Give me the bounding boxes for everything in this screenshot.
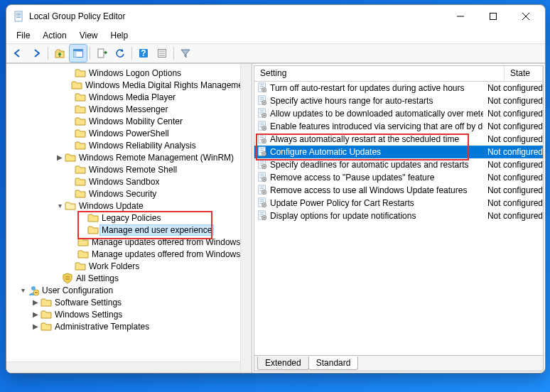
tree-node[interactable]: Windows Remote Shell xyxy=(6,163,252,175)
setting-name: Display options for update notifications xyxy=(270,211,416,221)
list-row[interactable]: Specify active hours range for auto-rest… xyxy=(254,94,543,107)
collapse-icon[interactable]: ▾ xyxy=(55,202,65,209)
help-button[interactable]: ? xyxy=(135,45,152,62)
setting-state: Not configured xyxy=(483,160,543,170)
col-state[interactable]: State xyxy=(505,66,543,81)
tree-node[interactable]: ▶Software Settings xyxy=(6,296,252,308)
tree-node[interactable]: Manage updates offered from Windows Serv… xyxy=(6,236,252,248)
tree-node[interactable]: Manage updates offered from Windows Upda… xyxy=(6,248,252,260)
setting-name: Configure Automatic Updates xyxy=(270,147,381,157)
forward-button[interactable] xyxy=(28,45,45,62)
tree-label: Windows Mobility Center xyxy=(87,116,184,126)
setting-icon xyxy=(257,172,269,183)
titlebar[interactable]: Local Group Policy Editor xyxy=(6,5,545,28)
setting-icon xyxy=(257,210,269,222)
up-button[interactable] xyxy=(51,45,68,62)
list-row[interactable]: Specify deadlines for automatic updates … xyxy=(254,158,543,171)
setting-icon xyxy=(257,121,269,132)
tree-node[interactable]: Work Folders xyxy=(6,260,252,272)
collapse-icon[interactable]: ▾ xyxy=(18,286,28,294)
tree-node[interactable]: Windows Messenger xyxy=(6,103,252,115)
setting-icon xyxy=(257,146,269,158)
tree-node[interactable]: Windows Logon Options xyxy=(6,67,252,79)
menu-action[interactable]: Action xyxy=(37,29,72,42)
tree-node[interactable]: Windows Reliability Analysis xyxy=(6,139,252,151)
maximize-button[interactable] xyxy=(477,5,509,28)
tree-label: Administrative Templates xyxy=(53,322,151,332)
svg-rect-2 xyxy=(16,14,21,15)
tree-node[interactable]: Windows PowerShell xyxy=(6,127,252,139)
minimize-button[interactable] xyxy=(444,5,477,28)
menu-view[interactable]: View xyxy=(74,29,104,42)
tree-node[interactable]: ▶Windows Settings xyxy=(6,308,252,320)
tab-extended[interactable]: Extended xyxy=(257,356,309,370)
svg-rect-4 xyxy=(16,17,21,18)
list-body[interactable]: Turn off auto-restart for updates during… xyxy=(254,82,543,355)
folder-icon xyxy=(65,152,76,163)
folder-icon xyxy=(71,80,82,91)
folder-icon xyxy=(65,200,76,212)
setting-state: Not configured xyxy=(483,121,543,131)
svg-rect-81 xyxy=(260,200,264,200)
export-button[interactable] xyxy=(93,45,110,62)
tree-pane[interactable]: Windows Logon OptionsWindows Media Digit… xyxy=(6,64,252,373)
tree-node[interactable]: Windows Security xyxy=(6,187,252,200)
menu-help[interactable]: Help xyxy=(105,29,134,42)
tree-node[interactable]: Windows Mobility Center xyxy=(6,115,252,127)
folder-icon xyxy=(75,176,86,187)
tree-node[interactable]: Windows Media Digital Rights Management xyxy=(6,79,252,91)
svg-rect-75 xyxy=(260,187,264,187)
tree-node[interactable]: Windows Media Player xyxy=(6,91,252,103)
list-row[interactable]: Always automatically restart at the sche… xyxy=(254,133,543,146)
list-row[interactable]: Remove access to use all Windows Update … xyxy=(254,184,543,197)
toolbar: ? xyxy=(6,43,545,63)
back-button[interactable] xyxy=(9,45,26,62)
menu-file[interactable]: File xyxy=(11,29,36,42)
list-row[interactable]: Turn off auto-restart for updates during… xyxy=(254,82,543,94)
list-row[interactable]: Display options for update notifications… xyxy=(254,209,543,222)
svg-rect-57 xyxy=(260,148,264,149)
tree-node[interactable]: Manage end user experience xyxy=(6,224,252,236)
list-row[interactable]: Allow updates to be downloaded automatic… xyxy=(254,107,543,120)
folder-icon xyxy=(75,116,86,127)
svg-rect-33 xyxy=(260,97,264,98)
svg-point-85 xyxy=(264,204,265,205)
tree-scrollbar-v[interactable] xyxy=(240,64,252,373)
list-row[interactable]: Configure Automatic UpdatesNot configure… xyxy=(254,146,543,158)
window-title: Local Group Policy Editor xyxy=(29,11,444,21)
svg-rect-40 xyxy=(260,111,264,112)
folder-icon xyxy=(87,212,99,224)
tree-node[interactable]: Windows Sandbox xyxy=(6,175,252,187)
tree-node[interactable]: Legacy Policies xyxy=(6,212,252,224)
user-config-icon xyxy=(28,285,39,296)
tree-node[interactable]: All Settings xyxy=(6,272,252,284)
expand-icon[interactable]: ▶ xyxy=(31,310,41,318)
expand-icon[interactable]: ▶ xyxy=(31,322,41,330)
list-row[interactable]: Enable features introduced via servicing… xyxy=(254,120,543,133)
list-row[interactable]: Update Power Policy for Cart RestartsNot… xyxy=(254,197,543,209)
svg-rect-63 xyxy=(260,161,264,162)
setting-name: Specify active hours range for auto-rest… xyxy=(270,96,433,106)
tree-node[interactable]: ▾Windows Update xyxy=(6,200,252,212)
tree-scrollbar-h[interactable] xyxy=(6,361,240,373)
svg-rect-13 xyxy=(98,49,104,58)
tree-node[interactable]: ▶Administrative Templates xyxy=(6,320,252,332)
close-button[interactable] xyxy=(509,5,542,28)
svg-rect-70 xyxy=(260,175,264,176)
refresh-button[interactable] xyxy=(112,45,129,62)
filter-button[interactable] xyxy=(177,45,194,62)
tree-label: User Configuration xyxy=(41,285,114,295)
col-setting[interactable]: Setting xyxy=(254,66,505,81)
tree-node[interactable]: ▶Windows Remote Management (WinRM) xyxy=(6,151,252,163)
list-row[interactable]: Remove access to "Pause updates" feature… xyxy=(254,171,543,184)
folder-icon xyxy=(75,67,86,79)
svg-rect-88 xyxy=(260,214,264,214)
svg-point-91 xyxy=(264,217,265,218)
expand-icon[interactable]: ▶ xyxy=(55,153,65,161)
expand-icon[interactable]: ▶ xyxy=(31,298,41,306)
svg-point-67 xyxy=(264,165,265,167)
tree-node[interactable]: ▾User Configuration xyxy=(6,284,252,296)
properties-button[interactable] xyxy=(153,45,171,62)
tab-standard[interactable]: Standard xyxy=(308,356,359,370)
show-hide-tree-button[interactable] xyxy=(70,45,87,62)
